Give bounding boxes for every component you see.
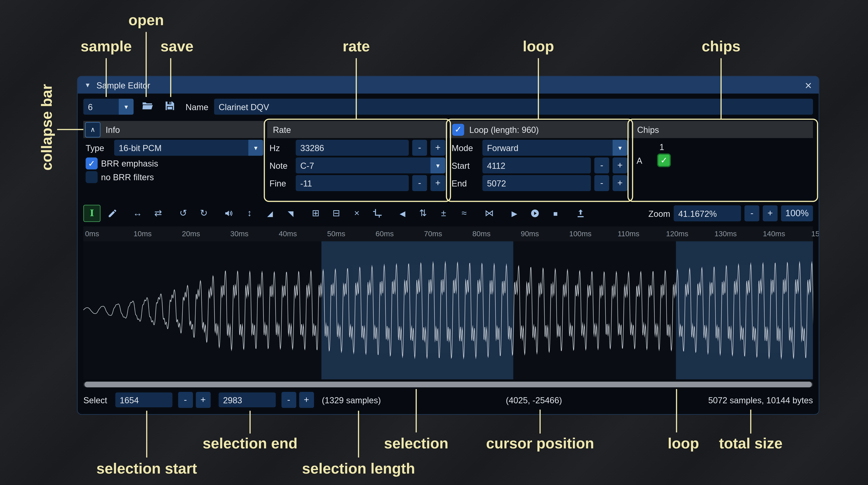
fine-input[interactable]: -11 [296, 175, 409, 191]
scrollbar-thumb[interactable] [85, 382, 812, 387]
preview-button[interactable]: ▶ [506, 205, 523, 222]
sign-invert-button[interactable]: ± [435, 205, 452, 222]
fine-label: Fine [270, 178, 292, 188]
annotation-selection-length: selection length [302, 460, 415, 478]
selection-start-input[interactable]: 1654 [115, 392, 172, 408]
collapse-triangle-icon[interactable]: ▼ [85, 82, 91, 88]
selection-end-input[interactable]: 2983 [219, 392, 276, 408]
annotation-line [356, 58, 357, 119]
titlebar[interactable]: ▼ Sample Editor × [78, 76, 819, 94]
apply-silence-button[interactable]: ⊟ [328, 205, 345, 222]
chip-enable-checkbox[interactable] [657, 154, 671, 167]
create-wavetable-button[interactable] [572, 205, 589, 222]
filter-icon: ≈ [462, 209, 467, 218]
hz-label: Hz [270, 143, 292, 153]
loop-panel: Loop (length: 960) Mode Forward ▼ Start … [449, 121, 630, 199]
panels-row: ∧ Info Type 16-bit PCM ▼ BRR emphasis [83, 121, 813, 199]
loop-start-input[interactable]: 4112 [483, 158, 591, 173]
brr-emphasis-label: BRR emphasis [101, 159, 158, 168]
no-brr-filters-checkbox[interactable] [86, 171, 98, 183]
ruler-label: 110ms [618, 229, 639, 238]
no-brr-filters-label: no BRR filters [101, 172, 154, 182]
loop-end-label: End [452, 178, 479, 188]
save-button[interactable] [161, 98, 178, 115]
resize-button[interactable]: ↔ [129, 205, 146, 222]
amplify-button[interactable] [220, 205, 238, 222]
hz-input[interactable]: 33286 [296, 140, 409, 156]
crossfade-button[interactable]: ⋈ [481, 205, 498, 222]
annotation-line [750, 410, 751, 433]
normalize-icon: ↕ [247, 209, 252, 218]
delete-button[interactable]: × [348, 205, 365, 222]
normalize-button[interactable]: ↕ [241, 205, 258, 222]
info-collapse-button[interactable]: ∧ [85, 122, 100, 137]
ruler-label: 10ms [133, 229, 152, 238]
loop-enable-checkbox[interactable] [452, 124, 464, 135]
loop-end-increment-button[interactable]: + [613, 175, 627, 191]
loop-end-input[interactable]: 5072 [483, 175, 591, 191]
fine-decrement-button[interactable]: - [412, 175, 427, 191]
zoom-in-button[interactable]: + [763, 205, 778, 221]
toolbar-group: ↕◢◥ [220, 205, 299, 222]
sample-slot-select[interactable]: 6 ▼ [83, 99, 133, 115]
reverse-button[interactable]: ◀ [394, 205, 411, 222]
selection-end-decrement-button[interactable]: - [281, 392, 296, 408]
stop-button[interactable]: ■ [547, 205, 564, 222]
selection-start-decrement-button[interactable]: - [178, 392, 193, 408]
hz-increment-button[interactable]: + [431, 140, 445, 156]
annotation-save: save [160, 38, 193, 55]
rate-header: Rate [267, 125, 291, 134]
preview-in-song-button[interactable] [526, 205, 544, 222]
chevron-down-icon: ▼ [613, 140, 627, 156]
loop-end-decrement-button[interactable]: - [594, 175, 609, 191]
annotation-selection: selection [384, 435, 448, 452]
note-select[interactable]: C-7 ▼ [296, 158, 445, 173]
zoom-reset-button[interactable]: 100% [781, 205, 813, 221]
loop-start-increment-button[interactable]: + [613, 158, 627, 173]
ruler-label: 40ms [279, 229, 297, 238]
invert-button[interactable]: ⇅ [414, 205, 432, 222]
select-tool[interactable]: I [83, 205, 100, 222]
insert-silence-button[interactable]: ⊞ [307, 205, 324, 222]
hz-decrement-button[interactable]: - [412, 140, 427, 156]
redo-button[interactable]: ↻ [195, 205, 213, 222]
loop-start-decrement-button[interactable]: - [594, 158, 609, 173]
info-panel: ∧ Info Type 16-bit PCM ▼ BRR emphasis [83, 121, 266, 199]
crossfade-icon: ⋈ [485, 209, 494, 218]
annotation-line [538, 58, 539, 119]
toolbar-group: ↔⇄ [129, 205, 167, 222]
horizontal-scrollbar[interactable] [83, 382, 813, 387]
toolbar-group: I [83, 205, 121, 222]
undo-button[interactable]: ↺ [175, 205, 192, 222]
stop-icon: ■ [553, 210, 558, 217]
chevron-down-icon: ▼ [119, 99, 134, 115]
toolbar-group: ⊞⊟× [307, 205, 386, 222]
ruler-label: 60ms [375, 229, 394, 238]
zoom-out-button[interactable]: - [744, 205, 759, 221]
annotation-line [676, 389, 677, 432]
fade-out-button[interactable]: ◥ [282, 205, 299, 222]
type-select[interactable]: 16-bit PCM ▼ [114, 140, 263, 156]
name-input[interactable]: Clarinet DQV [214, 99, 813, 115]
draw-tool[interactable] [104, 205, 121, 222]
fine-increment-button[interactable]: + [431, 175, 445, 191]
reverse-icon: ◀ [400, 210, 405, 217]
filter-button[interactable]: ≈ [456, 205, 473, 222]
open-button[interactable] [139, 98, 156, 115]
waveform-display[interactable] [83, 241, 813, 379]
selection-start-increment-button[interactable]: + [196, 392, 211, 408]
loop-start-value: 4112 [487, 161, 505, 170]
trim-button[interactable] [369, 205, 386, 222]
selection-end-increment-button[interactable]: + [299, 392, 314, 408]
brr-emphasis-checkbox[interactable] [86, 158, 98, 169]
resample-button[interactable]: ⇄ [150, 205, 167, 222]
zoom-input[interactable]: 41.1672% [674, 205, 741, 221]
close-icon[interactable]: × [805, 79, 812, 91]
annotation-line [146, 32, 147, 97]
amplify-icon [224, 208, 234, 218]
info-header: Info [105, 125, 120, 134]
loop-mode-select[interactable]: Forward ▼ [483, 140, 627, 156]
fade-in-button[interactable]: ◢ [261, 205, 279, 222]
apply-silence-icon: ⊟ [333, 209, 340, 218]
ruler-label: 140ms [763, 229, 785, 238]
